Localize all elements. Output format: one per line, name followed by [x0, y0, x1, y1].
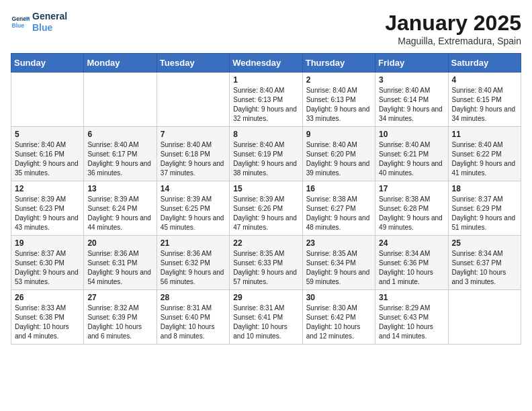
calendar-cell: 14Sunrise: 8:39 AM Sunset: 6:25 PM Dayli…	[157, 181, 229, 236]
calendar-cell: 29Sunrise: 8:31 AM Sunset: 6:41 PM Dayli…	[230, 290, 302, 345]
logo-icon: General Blue	[11, 13, 30, 32]
day-info: Sunrise: 8:40 AM Sunset: 6:22 PM Dayligh…	[452, 140, 517, 178]
logo-text-line1: General	[32, 11, 67, 22]
day-info: Sunrise: 8:40 AM Sunset: 6:13 PM Dayligh…	[306, 86, 371, 124]
day-info: Sunrise: 8:29 AM Sunset: 6:43 PM Dayligh…	[379, 304, 444, 341]
day-info: Sunrise: 8:40 AM Sunset: 6:19 PM Dayligh…	[233, 140, 298, 178]
day-number: 20	[87, 238, 152, 248]
day-number: 30	[306, 293, 371, 302]
calendar-cell: 20Sunrise: 8:36 AM Sunset: 6:31 PM Dayli…	[84, 236, 157, 290]
day-number: 26	[15, 293, 80, 302]
day-info: Sunrise: 8:40 AM Sunset: 6:17 PM Dayligh…	[87, 140, 152, 178]
calendar-week-1: 1Sunrise: 8:40 AM Sunset: 6:13 PM Daylig…	[11, 73, 521, 127]
day-number: 31	[379, 293, 444, 302]
calendar-cell: 17Sunrise: 8:38 AM Sunset: 6:28 PM Dayli…	[375, 181, 448, 236]
day-number: 4	[452, 75, 517, 85]
day-info: Sunrise: 8:40 AM Sunset: 6:18 PM Dayligh…	[161, 140, 226, 178]
day-number: 1	[233, 75, 298, 85]
logo-text-line2: Blue	[32, 22, 67, 34]
day-number: 29	[233, 293, 298, 302]
day-number: 10	[379, 130, 444, 139]
day-number: 16	[306, 184, 371, 193]
day-info: Sunrise: 8:40 AM Sunset: 6:14 PM Dayligh…	[379, 86, 444, 124]
day-number: 12	[15, 184, 80, 193]
day-info: Sunrise: 8:38 AM Sunset: 6:28 PM Dayligh…	[379, 195, 444, 232]
day-info: Sunrise: 8:40 AM Sunset: 6:13 PM Dayligh…	[233, 86, 298, 124]
calendar-cell: 8Sunrise: 8:40 AM Sunset: 6:19 PM Daylig…	[230, 127, 302, 181]
day-number: 27	[87, 293, 152, 302]
calendar-week-5: 26Sunrise: 8:33 AM Sunset: 6:38 PM Dayli…	[11, 290, 521, 345]
day-info: Sunrise: 8:34 AM Sunset: 6:36 PM Dayligh…	[379, 249, 444, 287]
day-info: Sunrise: 8:31 AM Sunset: 6:40 PM Dayligh…	[161, 304, 226, 341]
logo: General Blue General Blue	[11, 11, 67, 34]
calendar-cell: 3Sunrise: 8:40 AM Sunset: 6:14 PM Daylig…	[375, 73, 448, 127]
calendar-cell: 23Sunrise: 8:35 AM Sunset: 6:34 PM Dayli…	[302, 236, 375, 290]
svg-text:General: General	[12, 15, 30, 22]
day-number: 23	[306, 238, 371, 248]
calendar-cell: 27Sunrise: 8:32 AM Sunset: 6:39 PM Dayli…	[84, 290, 157, 345]
day-number: 2	[306, 75, 371, 85]
day-number: 9	[306, 130, 371, 139]
calendar-cell: 30Sunrise: 8:30 AM Sunset: 6:42 PM Dayli…	[302, 290, 375, 345]
calendar-cell: 13Sunrise: 8:39 AM Sunset: 6:24 PM Dayli…	[84, 181, 157, 236]
calendar-cell: 9Sunrise: 8:40 AM Sunset: 6:20 PM Daylig…	[302, 127, 375, 181]
day-number: 6	[87, 130, 152, 139]
calendar-cell: 22Sunrise: 8:35 AM Sunset: 6:33 PM Dayli…	[230, 236, 302, 290]
calendar-cell: 25Sunrise: 8:34 AM Sunset: 6:37 PM Dayli…	[448, 236, 521, 290]
weekday-header-monday: Monday	[84, 54, 157, 73]
day-info: Sunrise: 8:33 AM Sunset: 6:38 PM Dayligh…	[15, 304, 80, 341]
day-info: Sunrise: 8:39 AM Sunset: 6:26 PM Dayligh…	[233, 195, 298, 232]
day-number: 18	[452, 184, 517, 193]
calendar-cell: 16Sunrise: 8:38 AM Sunset: 6:27 PM Dayli…	[302, 181, 375, 236]
day-number: 19	[15, 238, 80, 248]
page-header: General Blue General Blue January 2025 M…	[11, 11, 521, 46]
day-info: Sunrise: 8:39 AM Sunset: 6:23 PM Dayligh…	[15, 195, 80, 232]
day-number: 13	[87, 184, 152, 193]
weekday-header-sunday: Sunday	[11, 54, 84, 73]
calendar-cell: 28Sunrise: 8:31 AM Sunset: 6:40 PM Dayli…	[157, 290, 229, 345]
calendar-cell: 2Sunrise: 8:40 AM Sunset: 6:13 PM Daylig…	[302, 73, 375, 127]
weekday-header-row: SundayMondayTuesdayWednesdayThursdayFrid…	[11, 54, 521, 73]
calendar-cell: 12Sunrise: 8:39 AM Sunset: 6:23 PM Dayli…	[11, 181, 84, 236]
calendar-week-2: 5Sunrise: 8:40 AM Sunset: 6:16 PM Daylig…	[11, 127, 521, 181]
calendar-cell	[157, 73, 229, 127]
day-info: Sunrise: 8:39 AM Sunset: 6:24 PM Dayligh…	[87, 195, 152, 232]
month-title: January 2025	[385, 11, 521, 36]
day-number: 15	[233, 184, 298, 193]
calendar-cell: 18Sunrise: 8:37 AM Sunset: 6:29 PM Dayli…	[448, 181, 521, 236]
day-info: Sunrise: 8:31 AM Sunset: 6:41 PM Dayligh…	[233, 304, 298, 341]
day-number: 25	[452, 238, 517, 248]
day-number: 8	[233, 130, 298, 139]
calendar-table: SundayMondayTuesdayWednesdayThursdayFrid…	[11, 53, 521, 345]
calendar-cell: 26Sunrise: 8:33 AM Sunset: 6:38 PM Dayli…	[11, 290, 84, 345]
day-number: 5	[15, 130, 80, 139]
calendar-cell	[11, 73, 84, 127]
svg-text:Blue: Blue	[12, 22, 25, 29]
weekday-header-tuesday: Tuesday	[157, 54, 229, 73]
title-block: January 2025 Maguilla, Extremadura, Spai…	[385, 11, 521, 46]
calendar-cell: 1Sunrise: 8:40 AM Sunset: 6:13 PM Daylig…	[230, 73, 302, 127]
day-info: Sunrise: 8:34 AM Sunset: 6:37 PM Dayligh…	[452, 249, 517, 287]
calendar-cell: 15Sunrise: 8:39 AM Sunset: 6:26 PM Dayli…	[230, 181, 302, 236]
calendar-cell: 4Sunrise: 8:40 AM Sunset: 6:15 PM Daylig…	[448, 73, 521, 127]
calendar-cell: 21Sunrise: 8:36 AM Sunset: 6:32 PM Dayli…	[157, 236, 229, 290]
weekday-header-friday: Friday	[375, 54, 448, 73]
day-info: Sunrise: 8:36 AM Sunset: 6:32 PM Dayligh…	[161, 249, 226, 287]
day-number: 22	[233, 238, 298, 248]
day-number: 17	[379, 184, 444, 193]
calendar-cell: 5Sunrise: 8:40 AM Sunset: 6:16 PM Daylig…	[11, 127, 84, 181]
day-number: 11	[452, 130, 517, 139]
day-info: Sunrise: 8:40 AM Sunset: 6:16 PM Dayligh…	[15, 140, 80, 178]
calendar-week-3: 12Sunrise: 8:39 AM Sunset: 6:23 PM Dayli…	[11, 181, 521, 236]
calendar-cell: 31Sunrise: 8:29 AM Sunset: 6:43 PM Dayli…	[375, 290, 448, 345]
day-number: 7	[161, 130, 226, 139]
day-number: 3	[379, 75, 444, 85]
day-number: 24	[379, 238, 444, 248]
day-info: Sunrise: 8:36 AM Sunset: 6:31 PM Dayligh…	[87, 249, 152, 287]
day-info: Sunrise: 8:39 AM Sunset: 6:25 PM Dayligh…	[161, 195, 226, 232]
day-info: Sunrise: 8:38 AM Sunset: 6:27 PM Dayligh…	[306, 195, 371, 232]
calendar-cell: 11Sunrise: 8:40 AM Sunset: 6:22 PM Dayli…	[448, 127, 521, 181]
day-info: Sunrise: 8:35 AM Sunset: 6:34 PM Dayligh…	[306, 249, 371, 287]
day-info: Sunrise: 8:40 AM Sunset: 6:21 PM Dayligh…	[379, 140, 444, 178]
day-info: Sunrise: 8:30 AM Sunset: 6:42 PM Dayligh…	[306, 304, 371, 341]
